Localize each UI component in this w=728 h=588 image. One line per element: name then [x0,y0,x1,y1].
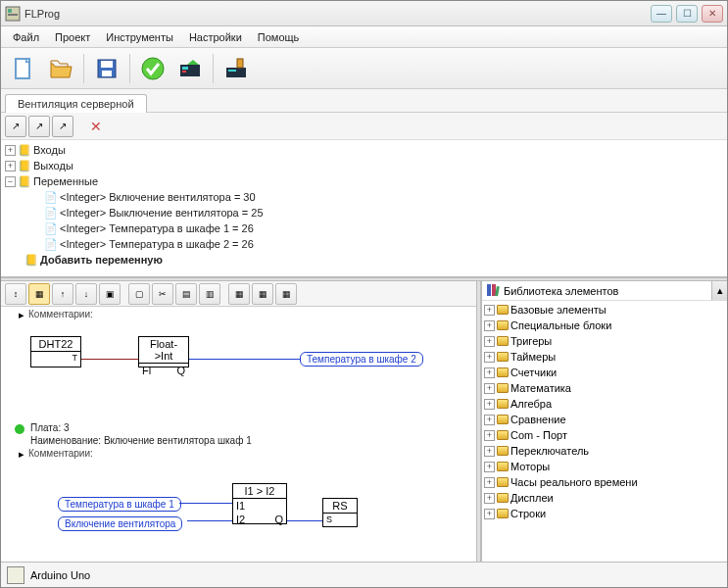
statusbar: Arduino Uno [1,562,727,587]
svg-point-8 [142,58,164,79]
tree-outputs[interactable]: +📒Выходы [5,158,723,173]
comments-label-1: Комментарии: [28,309,93,319]
library-title: Библиотека элементов [504,285,618,297]
project-tree[interactable]: +📒Входы +📒Выходы −📒Переменные 📄<Integer>… [1,140,727,277]
menubar: Файл Проект Инструменты Настройки Помощь [1,26,727,48]
app-icon [5,6,21,22]
port-t: T [31,352,80,364]
scroll-up-icon[interactable]: ▴ [711,281,727,300]
minimize-button[interactable]: — [651,5,672,23]
ctb-10[interactable]: ▦ [228,283,250,305]
lib-item-5[interactable]: +Математика [484,380,725,396]
ctb-5[interactable]: ▣ [99,283,121,305]
lib-item-11[interactable]: +Часы реального времени [484,474,725,490]
lib-item-6[interactable]: +Алгебра [484,396,725,412]
tree-variables[interactable]: −📒Переменные [5,173,723,189]
board-icon [7,566,24,584]
ctb-1[interactable]: ↕ [5,283,26,305]
tree-var-1[interactable]: 📄<Integer> Выключение вентилятора = 25 [5,205,723,220]
tree-var-0[interactable]: 📄<Integer> Включение вентилятора = 30 [5,189,723,205]
lib-item-3[interactable]: +Таймеры [484,349,725,365]
menu-file[interactable]: Файл [5,29,47,45]
ctb-cut[interactable]: ✂ [152,283,173,305]
ctb-12[interactable]: ▦ [275,283,297,305]
ctb-up[interactable]: ↑ [52,283,73,305]
svg-rect-10 [182,67,188,70]
save-button[interactable] [90,52,123,85]
canvas-pane: ↕ ▦ ↑ ↓ ▣ ▢ ✂ ▤ ▥ ▦ ▦ ▦ Комментарии: ▸ [1,281,476,562]
open-file-button[interactable] [44,52,77,85]
lib-item-10[interactable]: +Моторы [484,459,725,474]
ctb-11[interactable]: ▦ [252,283,273,305]
tree-inputs[interactable]: +📒Входы [5,142,723,158]
compile-button[interactable] [173,52,207,85]
maximize-button[interactable]: ☐ [676,5,698,23]
svg-rect-11 [182,71,186,73]
close-button[interactable]: ✕ [702,5,723,23]
tree-add-variable[interactable]: 📒Добавить переменную [5,252,723,268]
new-file-button[interactable] [7,52,40,85]
library-header: Библиотека элементов ▴ [482,281,727,301]
svg-marker-12 [187,60,199,65]
svg-rect-13 [226,68,246,77]
naimenovanie-label: Наименование: Включение вентилятора шкаф… [30,435,252,446]
svg-rect-15 [237,59,243,68]
outline-close-button[interactable]: ✕ [85,116,107,137]
library-pane: Библиотека элементов ▴ +Базовые элементы… [481,281,727,562]
ctb-9[interactable]: ▥ [199,283,220,305]
svg-rect-1 [8,9,12,13]
arrow-icon: ▸ [19,309,24,321]
block-comparator[interactable]: I1 > I2 I1 I2Q [232,483,287,524]
lib-item-9[interactable]: +Переключатель [484,443,725,459]
block-dht22[interactable]: DHT22 T [30,336,81,368]
menu-tools[interactable]: Инструменты [98,29,181,45]
titlebar: FLProg — ☐ ✕ [1,1,727,26]
outline-toolbar: ↗ ↗ ↗ ✕ [1,113,727,140]
arrow-icon-2: ▸ [19,448,24,461]
tree-var-2[interactable]: 📄<Integer> Температура в шкафе 1 = 26 [5,220,723,236]
ctb-2[interactable]: ▦ [28,283,50,305]
svg-rect-16 [487,284,491,296]
lib-item-7[interactable]: +Сравнение [484,412,725,427]
lib-item-0[interactable]: +Базовые элементы [484,302,725,318]
upload-button[interactable] [219,52,253,85]
lib-item-4[interactable]: +Счетчики [484,365,725,380]
tab-project[interactable]: Вентиляция серверной [5,94,147,113]
svg-rect-14 [228,70,236,72]
block-float-to-int[interactable]: Float->Int FlQ [138,336,189,368]
project-tabs: Вентиляция серверной [1,89,727,113]
ctb-copy[interactable]: ▢ [128,283,150,305]
library-tree[interactable]: +Базовые элементы +Специальные блоки +Тр… [482,301,727,562]
check-button[interactable] [136,52,170,85]
outline-btn-2[interactable]: ↗ [28,116,50,137]
outline-btn-1[interactable]: ↗ [5,116,26,137]
outline-btn-3[interactable]: ↗ [52,116,73,137]
var-oval-temp2[interactable]: Температура в шкафе 2 [300,352,423,367]
var-oval-fan-on[interactable]: Включение вентилятора [58,516,182,531]
menu-help[interactable]: Помощь [250,29,308,45]
canvas-toolbar: ↕ ▦ ↑ ↓ ▣ ▢ ✂ ▤ ▥ ▦ ▦ ▦ [1,281,476,307]
lib-item-8[interactable]: +Com - Порт [484,427,725,443]
menu-project[interactable]: Проект [47,29,98,45]
lib-item-2[interactable]: +Тригеры [484,333,725,349]
tree-var-3[interactable]: 📄<Integer> Температура в шкафе 2 = 26 [5,236,723,252]
diagram-canvas[interactable]: Комментарии: ▸ DHT22 T Float->Int FlQ [1,307,476,562]
lib-item-1[interactable]: +Специальные блоки [484,318,725,333]
svg-rect-6 [101,61,113,68]
green-indicator [15,424,24,434]
svg-rect-7 [102,71,112,76]
plata-label: Плата: 3 [30,422,70,433]
ctb-down[interactable]: ↓ [75,283,97,305]
library-icon [486,283,500,299]
lib-item-13[interactable]: +Строки [484,506,725,521]
ctb-paste[interactable]: ▤ [175,283,197,305]
menu-settings[interactable]: Настройки [181,29,250,45]
svg-rect-17 [492,284,496,296]
svg-rect-2 [8,14,18,16]
window-title: FLProg [24,8,651,20]
lib-item-12[interactable]: +Дисплеи [484,490,725,506]
block-rs[interactable]: RS S [322,498,358,527]
var-oval-temp1[interactable]: Температура в шкафе 1 [58,497,181,512]
board-label: Arduino Uno [30,569,90,581]
comments-label-2: Комментарии: [28,448,93,459]
